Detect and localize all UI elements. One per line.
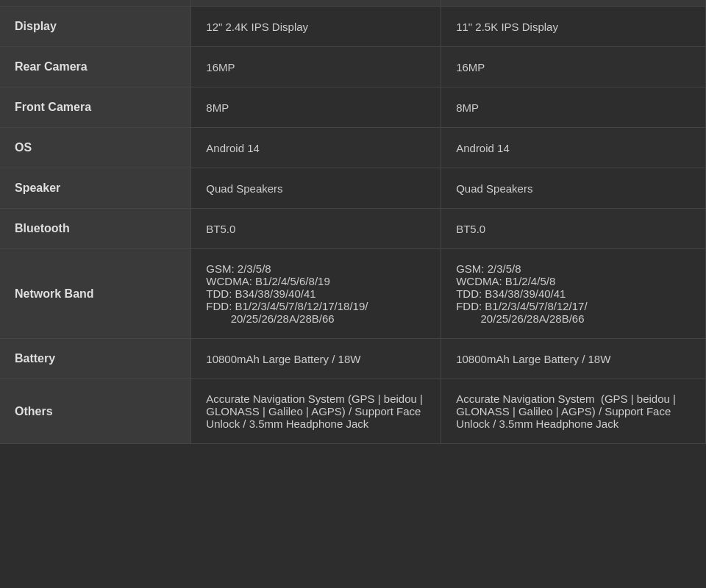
value2-battery: 10800mAh Large Battery / 18W (441, 339, 706, 379)
value1-rear-camera: 16MP (191, 47, 441, 87)
label-network-band: Network Band (0, 249, 191, 339)
value1-display: 12" 2.4K IPS Display (191, 7, 441, 47)
value1-battery: 10800mAh Large Battery / 18W (191, 339, 441, 379)
label-speaker: Speaker (0, 168, 191, 209)
row-display: Display12" 2.4K IPS Display11" 2.5K IPS … (0, 7, 706, 47)
value2-os: Android 14 (441, 128, 706, 168)
value2-others: Accurate Navigation System (GPS | beidou… (441, 379, 706, 444)
value1-bluetooth: BT5.0 (191, 209, 441, 249)
value2-network-band: GSM: 2/3/5/8 WCDMA: B1/2/4/5/8 TDD: B34/… (441, 249, 706, 339)
label-rear-camera: Rear Camera (0, 47, 191, 87)
label-front-camera: Front Camera (0, 87, 191, 128)
value1-network-band: GSM: 2/3/5/8 WCDMA: B1/2/4/5/6/8/19 TDD:… (191, 249, 441, 339)
label-others: Others (0, 379, 191, 444)
row-battery: Battery10800mAh Large Battery / 18W10800… (0, 339, 706, 379)
comparison-table: Display12" 2.4K IPS Display11" 2.5K IPS … (0, 0, 706, 444)
value1-os: Android 14 (191, 128, 441, 168)
row-os: OSAndroid 14Android 14 (0, 128, 706, 168)
label-display: Display (0, 7, 191, 47)
top-divider-row (0, 0, 706, 7)
row-bluetooth: BluetoothBT5.0BT5.0 (0, 209, 706, 249)
value2-display: 11" 2.5K IPS Display (441, 7, 706, 47)
label-bluetooth: Bluetooth (0, 209, 191, 249)
value2-bluetooth: BT5.0 (441, 209, 706, 249)
row-network-band: Network BandGSM: 2/3/5/8 WCDMA: B1/2/4/5… (0, 249, 706, 339)
value1-front-camera: 8MP (191, 87, 441, 128)
row-front-camera: Front Camera8MP8MP (0, 87, 706, 128)
value1-speaker: Quad Speakers (191, 168, 441, 209)
label-battery: Battery (0, 339, 191, 379)
row-rear-camera: Rear Camera16MP16MP (0, 47, 706, 87)
value1-others: Accurate Navigation System (GPS | beidou… (191, 379, 441, 444)
value2-rear-camera: 16MP (441, 47, 706, 87)
row-speaker: SpeakerQuad SpeakersQuad Speakers (0, 168, 706, 209)
label-os: OS (0, 128, 191, 168)
row-others: OthersAccurate Navigation System (GPS | … (0, 379, 706, 444)
value2-speaker: Quad Speakers (441, 168, 706, 209)
value2-front-camera: 8MP (441, 87, 706, 128)
